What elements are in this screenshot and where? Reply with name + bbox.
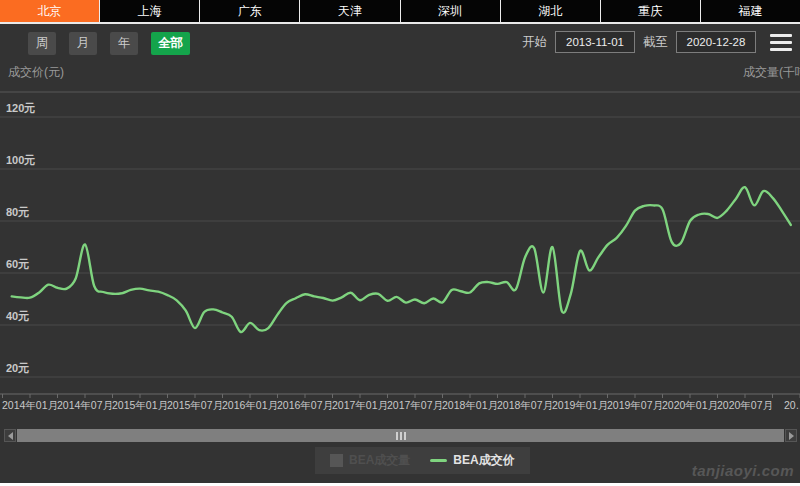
price-line-swatch-icon <box>430 459 447 462</box>
x-tick-label: 2014年01月 <box>2 399 58 411</box>
y-tick-label: 40元 <box>6 310 29 322</box>
end-date-label: 截至 <box>643 34 668 51</box>
chart-scrollbar <box>4 429 797 442</box>
legend-price-label: BEA成交价 <box>453 452 514 469</box>
chart-canvas[interactable]: 20元40元60元80元100元120元2014年01月2014年07月2015… <box>0 0 800 486</box>
x-tick-label: 2018年07月 <box>497 399 553 411</box>
range-year-button[interactable]: 年 <box>110 32 138 55</box>
range-week-button[interactable]: 周 <box>28 32 56 55</box>
x-tick-label: 20… <box>784 399 800 411</box>
y-tick-label: 120元 <box>6 102 35 114</box>
y-tick-label: 100元 <box>6 154 35 166</box>
x-tick-label: 2016年07月 <box>277 399 333 411</box>
scroll-right-button[interactable] <box>785 429 797 442</box>
x-tick-label: 2018年01月 <box>442 399 498 411</box>
left-axis-title: 成交价(元) <box>8 64 64 81</box>
start-date-input[interactable] <box>555 31 635 53</box>
legend-item-volume[interactable]: BEA成交量 <box>330 452 410 469</box>
legend-item-price[interactable]: BEA成交价 <box>430 452 514 469</box>
watermark: tanjiaoyi.com <box>692 462 794 479</box>
x-tick-label: 2015年01月 <box>112 399 168 411</box>
hamburger-menu-icon[interactable] <box>770 34 792 51</box>
start-date-label: 开始 <box>522 34 547 51</box>
x-tick-label: 2014年07月 <box>57 399 113 411</box>
right-axis-title: 成交量(千吨 <box>743 64 800 81</box>
y-tick-label: 60元 <box>6 258 29 270</box>
x-tick-label: 2020年01月 <box>662 399 718 411</box>
x-tick-label: 2017年07月 <box>387 399 443 411</box>
y-tick-label: 80元 <box>6 206 29 218</box>
legend-volume-label: BEA成交量 <box>349 452 410 469</box>
price-series-line[interactable] <box>12 187 791 332</box>
x-tick-label: 2019年07月 <box>607 399 663 411</box>
date-range-controls: 开始 截至 <box>522 31 792 53</box>
x-tick-label: 2020年07月 <box>717 399 773 411</box>
scroll-left-button[interactable] <box>4 429 16 442</box>
y-tick-label: 20元 <box>6 362 29 374</box>
right-arrow-icon <box>789 432 794 440</box>
range-month-button[interactable]: 月 <box>69 32 97 55</box>
volume-swatch-icon <box>330 454 343 467</box>
x-tick-label: 2015年07月 <box>167 399 223 411</box>
grip-icon <box>396 432 406 440</box>
x-tick-label: 2016年01月 <box>222 399 278 411</box>
price-line-chart[interactable]: 20元40元60元80元100元120元2014年01月2014年07月2015… <box>0 0 800 486</box>
carbon-price-app: { "colors": { "accent_orange": "#fb6c21"… <box>0 0 800 486</box>
scrollbar-thumb[interactable] <box>17 429 784 442</box>
period-buttons: 周 月 年 全部 <box>28 32 190 55</box>
range-all-button[interactable]: 全部 <box>151 32 190 55</box>
chart-legend: BEA成交量 BEA成交价 <box>315 447 530 474</box>
left-arrow-icon <box>8 432 13 440</box>
x-tick-label: 2017年01月 <box>332 399 388 411</box>
x-tick-label: 2019年01月 <box>552 399 608 411</box>
end-date-input[interactable] <box>676 31 756 53</box>
